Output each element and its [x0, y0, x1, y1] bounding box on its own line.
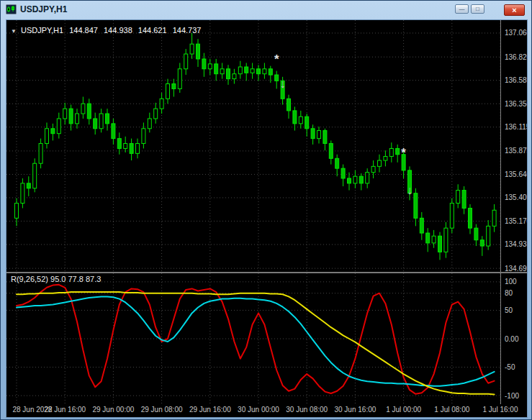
price-tick-label: 134.935 [505, 240, 527, 248]
maximize-icon: □ [476, 6, 479, 12]
minimize-icon: — [459, 6, 465, 12]
title-bar[interactable]: USDJPY,H1 — □ × [2, 1, 530, 17]
open-value: 144.847 [69, 26, 98, 35]
indicator-tick-label: 100 [505, 278, 517, 286]
terminal-window: USDJPY,H1 — □ × *↓*↓137.060136.820136.58… [0, 0, 532, 420]
indicator-series [17, 285, 495, 395]
time-label: 29 Jun 08:00 [137, 406, 186, 414]
indicator-axis: 10080500.00-50-100 [501, 273, 520, 404]
chart-icon [6, 4, 17, 14]
close-button[interactable]: × [504, 4, 525, 16]
time-label: 1 Jul 16:00 [476, 406, 525, 414]
price-chart-canvas[interactable]: *↓*↓137.060136.820136.585136.350136.1151… [6, 20, 527, 272]
ohlc-header: ▼ USDJPY,H1 144.847 144.938 144.621 144.… [11, 26, 204, 35]
price-tick-label: 134.695 [505, 265, 527, 272]
time-label: 30 Jun 16:00 [330, 406, 379, 414]
price-pane[interactable]: *↓*↓137.060136.820136.585136.350136.1151… [6, 20, 527, 272]
slow-line [17, 292, 495, 394]
symbol-period-label: USDJPY,H1 [21, 26, 63, 35]
indicator-pane[interactable]: 10080500.00-50-100 R(9,26,52) 95.0 77.8 … [6, 273, 527, 404]
candles [15, 33, 497, 260]
window-controls: — □ × [453, 4, 525, 16]
app-icon [6, 4, 17, 14]
window-title: USDJPY,H1 [20, 4, 67, 14]
symbol-dropdown-icon[interactable]: ▼ [11, 28, 17, 35]
price-tick-label: 135.640 [505, 170, 527, 178]
indicator-label: R(9,26,52) 95.0 77.8 87.3 [11, 275, 101, 283]
time-label: 30 Jun 08:00 [282, 406, 331, 414]
price-tick-label: 136.115 [505, 123, 527, 131]
minimize-button[interactable]: — [455, 4, 469, 14]
time-label: 30 Jun 00:00 [234, 406, 283, 414]
price-tick-label: 135.875 [505, 147, 527, 155]
price-tick-label: 135.170 [505, 217, 527, 225]
low-value: 144.621 [138, 26, 167, 35]
price-tick-label: 137.060 [505, 29, 527, 37]
time-label: 28 Jun 16:00 [40, 406, 89, 414]
sell-arrow-icon: ↓ [407, 184, 412, 196]
indicator-tick-label: 50 [505, 306, 513, 314]
star-icon: * [401, 146, 406, 160]
star-icon: * [274, 52, 279, 66]
time-axis: 28 Jun 202228 Jun 16:0029 Jun 00:0029 Ju… [6, 404, 527, 416]
price-tick-label: 136.585 [505, 76, 527, 84]
close-value: 144.737 [173, 26, 202, 35]
sell-arrow-icon: ↓ [280, 78, 286, 90]
price-tick-label: 136.820 [505, 53, 527, 61]
time-label: 29 Jun 16:00 [186, 406, 235, 414]
chart-window: *↓*↓137.060136.820136.585136.350136.1151… [6, 19, 528, 418]
indicator-tick-label: -50 [505, 363, 515, 371]
time-label: 1 Jul 08:00 [428, 406, 477, 414]
close-icon: × [512, 6, 516, 14]
high-value: 144.938 [104, 26, 132, 35]
price-tick-label: 135.405 [505, 193, 527, 201]
price-axis: 137.060136.820136.585136.350136.115135.8… [501, 20, 528, 272]
fast-line [17, 285, 495, 394]
indicator-tick-label: 0.00 [505, 335, 519, 343]
indicator-chart-canvas[interactable]: 10080500.00-50-100 [6, 273, 527, 404]
maximize-button[interactable]: □ [471, 4, 484, 14]
price-tick-label: 136.350 [505, 100, 527, 108]
indicator-tick-label: -100 [505, 392, 519, 400]
time-label: 29 Jun 00:00 [89, 406, 137, 414]
time-label: 1 Jul 00:00 [379, 406, 428, 414]
indicator-tick-label: 80 [505, 289, 513, 297]
